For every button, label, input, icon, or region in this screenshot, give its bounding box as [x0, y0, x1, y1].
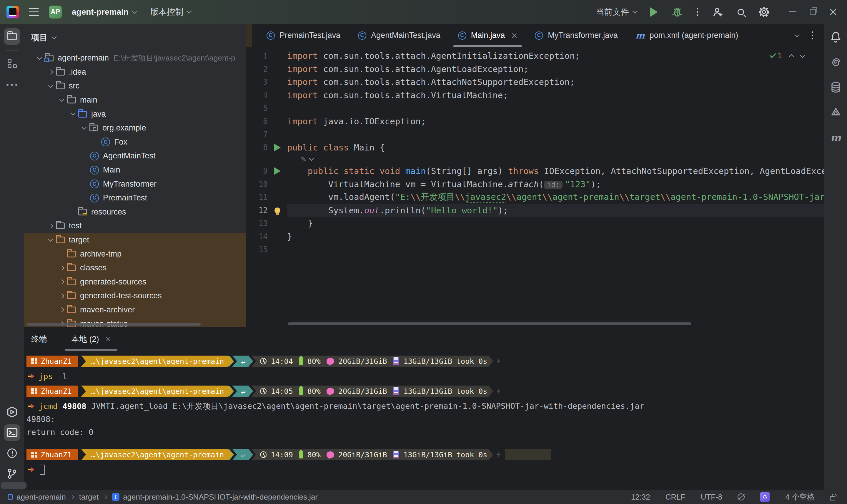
chevron-right-icon[interactable]	[59, 293, 65, 298]
code-editor[interactable]: 1 1import com.sun.tools.attach.AgentInit…	[246, 47, 824, 256]
search-everywhere-button[interactable]	[738, 9, 744, 15]
caret-position-widget[interactable]: 12:32	[631, 492, 650, 502]
window-minimize-button[interactable]	[789, 12, 796, 12]
chevron-down-icon[interactable]	[71, 111, 75, 116]
close-icon[interactable]	[511, 33, 517, 38]
maven-button[interactable]: m	[824, 125, 847, 150]
editor-horizontal-scrollbar[interactable]	[288, 322, 691, 325]
chevron-right-icon[interactable]	[59, 307, 65, 312]
services-tool-window-button[interactable]	[4, 404, 20, 420]
database-button[interactable]	[824, 75, 847, 100]
notifications-button[interactable]	[824, 24, 847, 49]
tree-item-PremainTest[interactable]: CPremainTest	[24, 191, 246, 205]
run-button[interactable]	[274, 144, 281, 151]
tree-item-Fox[interactable]: CFox	[24, 135, 246, 149]
indent-widget[interactable]: 4 个空格	[785, 492, 815, 502]
chevron-down-icon[interactable]	[48, 237, 53, 241]
code-vision-inlay[interactable]: ✎	[246, 154, 824, 165]
prompt-took: took 0s	[456, 387, 487, 396]
services-icon	[5, 406, 19, 418]
hide-tabs-chevron-icon[interactable]	[795, 32, 800, 37]
editor-tab-MyTransformer.java[interactable]: CMyTransformer.java	[526, 24, 627, 47]
tree-item-test[interactable]: test	[24, 219, 246, 233]
code-token: \\	[660, 192, 671, 202]
code-line-10: 10 VirtualMachine vm = VirtualMachine.at…	[246, 178, 824, 191]
project-panel-header[interactable]: 项目	[24, 24, 246, 51]
chevron-right-icon[interactable]	[59, 280, 65, 285]
tree-item-agent-premain[interactable]: agent-premainE:\开发项目\javasec2\agent\agen…	[24, 51, 246, 65]
tree-item-resources[interactable]: resources	[24, 205, 246, 219]
vcs-menu[interactable]: 版本控制	[150, 6, 191, 18]
problems-tool-window-button[interactable]	[4, 445, 20, 462]
prev-problem-chevron-icon[interactable]	[789, 54, 794, 59]
more-tool-windows-button[interactable]	[4, 76, 20, 93]
tree-item-generated-test-sources[interactable]: generated-test-sources	[24, 289, 246, 303]
project-horizontal-scrollbar[interactable]	[27, 323, 201, 326]
tree-item-src[interactable]: src	[24, 79, 246, 93]
chevron-down-icon[interactable]	[59, 97, 65, 102]
code-token: );	[591, 179, 601, 189]
chevron-right-icon[interactable]	[59, 265, 65, 270]
inspections-widget[interactable]: 1	[770, 51, 804, 60]
tree-item-Main[interactable]: CMain	[24, 163, 246, 177]
tab-options-button[interactable]	[812, 32, 813, 39]
chevron-right-icon[interactable]	[48, 223, 53, 228]
tree-item-AgentMainTest[interactable]: CAgentMainTest	[24, 149, 246, 163]
terminal-input-line[interactable]	[27, 463, 824, 476]
next-problem-chevron-icon[interactable]	[800, 53, 805, 58]
tree-item-MyTransformer[interactable]: CMyTransformer	[24, 177, 246, 191]
tree-item-classes[interactable]: classes	[24, 261, 246, 275]
editor-tab-AgentMainTest.java[interactable]: CAgentMainTest.java	[349, 24, 449, 47]
add-user-button[interactable]	[712, 6, 724, 18]
run-configuration-selector[interactable]: 当前文件	[596, 6, 637, 18]
structure-tool-window-button[interactable]	[4, 56, 20, 72]
line-ending-widget[interactable]: CRLF	[666, 492, 686, 502]
terminal-cursor[interactable]	[40, 465, 45, 474]
project-badge[interactable]: AP	[49, 5, 62, 19]
unlock-icon[interactable]	[830, 497, 835, 501]
window-restore-button[interactable]	[810, 9, 816, 15]
folder-res-icon	[78, 209, 91, 215]
version-control-tool-window-button[interactable]	[4, 466, 20, 482]
breadcrumb-item-2[interactable]: target	[79, 492, 99, 502]
settings-gear-button[interactable]	[758, 5, 771, 19]
editor-tab-pom.xml[interactable]: mpom.xml (agent-premain)	[627, 24, 747, 47]
folder-icon	[56, 69, 69, 75]
tree-item-target[interactable]: target	[24, 233, 246, 247]
chevron-down-icon[interactable]	[82, 125, 87, 130]
run-button[interactable]	[650, 7, 658, 17]
plugin-knot-button[interactable]	[824, 100, 847, 125]
more-actions-button[interactable]	[697, 8, 698, 16]
window-close-button[interactable]	[829, 8, 837, 16]
debug-button[interactable]	[671, 6, 683, 18]
project-selector[interactable]: agent-premain	[72, 7, 136, 17]
editor-tab-Main.java[interactable]: CMain.java	[449, 24, 526, 47]
ai-assistant-button[interactable]	[824, 49, 847, 75]
chevron-down-icon[interactable]	[48, 83, 53, 88]
terminal-tool-window-button[interactable]	[4, 425, 20, 441]
terminal-output[interactable]: ZhuanZ1…\javasec2\agent\agent-premain↵14…	[24, 351, 824, 476]
plugin-status-icon[interactable]	[760, 492, 770, 502]
tree-item-generated-sources[interactable]: generated-sources	[24, 275, 246, 289]
chevron-down-icon[interactable]	[37, 55, 42, 60]
tree-item-maven-archiver[interactable]: maven-archiver	[24, 303, 246, 317]
project-tool-window-button[interactable]	[4, 28, 20, 45]
intention-bulb-icon[interactable]	[275, 208, 280, 213]
tree-item-java[interactable]: java	[24, 107, 246, 121]
editor-tab-PremainTest.java[interactable]: CPremainTest.java	[258, 24, 349, 47]
close-icon[interactable]	[106, 337, 111, 342]
main-menu-button[interactable]	[29, 8, 39, 16]
encoding-widget[interactable]: UTF-8	[701, 492, 723, 502]
tree-item-org.example[interactable]: org.example	[24, 121, 246, 135]
chevron-right-icon[interactable]	[48, 70, 53, 75]
tree-item-.idea[interactable]: .idea	[24, 65, 246, 79]
tree-item-archive-tmp[interactable]: archive-tmp	[24, 247, 246, 261]
highlighting-level-icon[interactable]	[738, 493, 745, 501]
terminal-tab-local[interactable]: 本地 (2)	[64, 327, 119, 351]
breadcrumb-item-1[interactable]: agent-premain	[8, 492, 66, 502]
run-button[interactable]	[274, 167, 281, 175]
tree-item-main[interactable]: main	[24, 93, 246, 107]
breadcrumb-item-3[interactable]: agent-premain-1.0-SNAPSHOT-jar-with-depe…	[112, 492, 318, 502]
terminal-panel-title[interactable]: 终端	[31, 334, 47, 344]
terminal-scrollbar-thumb[interactable]	[1, 482, 27, 489]
